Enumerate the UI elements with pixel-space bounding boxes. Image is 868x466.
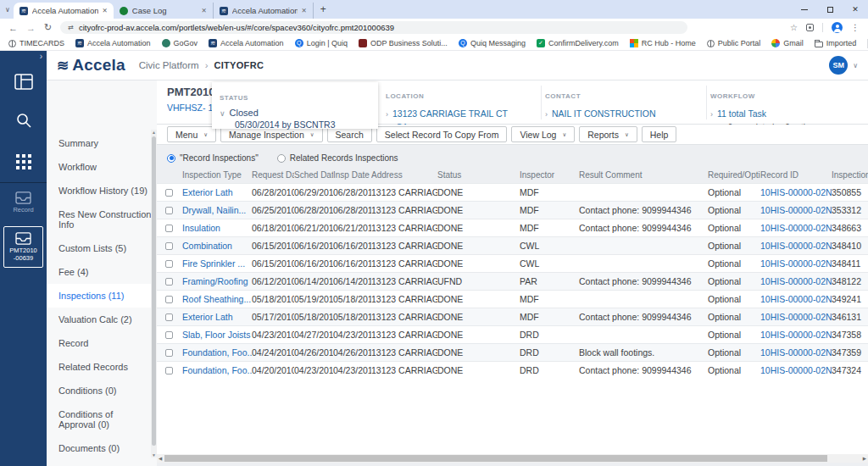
location-value-row[interactable]: ›13123 CARRIAGE TRAIL CT (386, 105, 508, 120)
launchpad-icon[interactable] (0, 74, 47, 90)
row-checkbox[interactable] (165, 242, 173, 250)
bookmark-quiq-messaging[interactable]: Quiq Messaging (459, 39, 526, 47)
reports-button[interactable]: Reports∨ (579, 126, 637, 142)
scroll-down-icon[interactable]: ▼ (151, 452, 157, 458)
bookmark-timecards[interactable]: TIMECARDS (8, 39, 64, 47)
minimize-button[interactable] (792, 0, 817, 19)
status-value-row[interactable]: ∨Closed (220, 108, 378, 118)
forward-icon[interactable]: → (26, 23, 36, 33)
sidebar-item-related-records[interactable]: Related Records (47, 355, 157, 379)
scrollbar-thumb[interactable] (152, 136, 156, 446)
sidebar-item-workflow[interactable]: Workflow (47, 155, 157, 179)
inspection-type-link[interactable]: Foundation, Foo... (182, 343, 252, 361)
inspection-type-link[interactable]: Combination (182, 236, 252, 254)
bookmark-odp-business-soluti[interactable]: ODP Business Soluti... (359, 39, 448, 47)
rail-record-item[interactable]: Record (0, 191, 47, 214)
site-info-icon[interactable]: ⇄ (68, 24, 74, 31)
bookmark-public-portal[interactable]: Public Portal (707, 39, 761, 47)
record-id-link[interactable]: 10HIS-00000-02NX2 (760, 343, 832, 361)
select-record-to-copy-from-button[interactable]: Select Record To Copy From (376, 126, 508, 142)
sidebar-scrollbar[interactable]: ▲ ▼ (151, 130, 157, 458)
bookmark-confirmdelivery-com[interactable]: ConfirmDelivery.com (537, 39, 619, 47)
sidebar-item-res-new-construction-info[interactable]: Res New Construction Info (47, 202, 157, 236)
record-id-link[interactable]: 10HIS-00000-02NX2 (760, 361, 832, 379)
chevron-down-icon[interactable]: ∨ (853, 62, 858, 69)
help-button[interactable]: Help (642, 126, 677, 142)
record-id-link[interactable]: 10HIS-00000-02NX2 (760, 272, 832, 290)
maximize-button[interactable] (817, 0, 843, 19)
record-id-link[interactable]: 10HIS-00000-02NX2 (760, 308, 832, 325)
sidebar-item-conditions-0[interactable]: Conditions (0) (47, 379, 157, 402)
breadcrumb-platform[interactable]: Civic Platform (139, 60, 199, 70)
bookmark-accela-automation[interactable]: Accela Automation (75, 39, 151, 47)
sidebar-item-summary[interactable]: Summary (47, 131, 157, 155)
tab-close-icon[interactable]: ✕ (302, 7, 307, 14)
browser-tab-accela-automation[interactable]: Accela Automation✕ (14, 3, 114, 19)
inspection-type-link[interactable]: Drywall, Nailin... (182, 201, 252, 219)
horizontal-scrollbar[interactable]: ◀ ▶ (157, 454, 868, 463)
record-id-link[interactable]: 10HIS-00000-02NX2 (760, 290, 832, 308)
inspection-type-link[interactable]: Foundation, Foo... (182, 361, 252, 379)
scroll-right-icon[interactable]: ▶ (863, 456, 866, 461)
rail-active-record[interactable]: PMT2010 -00639 (3, 226, 43, 268)
scroll-left-icon[interactable]: ◀ (159, 456, 162, 461)
sidebar-item-record[interactable]: Record (47, 331, 157, 355)
row-checkbox[interactable] (165, 367, 173, 374)
browser-tab-accela-automation[interactable]: Accela Automation✕ (214, 3, 314, 19)
sidebar-item-professionals-1[interactable]: Professionals (1) (47, 460, 157, 466)
bookmark-star-icon[interactable]: ☆ (790, 23, 798, 32)
contact-value-row[interactable]: ›NAIL IT CONSTRUCTION (545, 105, 656, 120)
tab-search-icon[interactable]: ∨ (5, 6, 10, 14)
inspection-type-link[interactable]: Slab, Floor Joists (182, 325, 252, 343)
menu-button[interactable]: Menu∨ (167, 126, 216, 142)
row-checkbox[interactable] (165, 331, 173, 339)
back-icon[interactable]: ← (8, 23, 18, 33)
sidebar-item-documents-0[interactable]: Documents (0) (47, 436, 157, 460)
row-checkbox[interactable] (165, 313, 173, 321)
sidebar-item-workflow-history-19[interactable]: Workflow History (19) (47, 179, 157, 202)
extensions-icon[interactable] (806, 24, 814, 31)
inspection-type-link[interactable]: Framing/Roofing (182, 272, 252, 290)
record-inspections-radio[interactable]: "Record Inspections" (167, 153, 259, 163)
inspection-type-link[interactable]: Exterior Lath (182, 183, 252, 201)
bookmark-imported[interactable]: Imported (815, 39, 857, 47)
scrollbar-thumb[interactable] (164, 455, 827, 462)
inspection-type-link[interactable]: Fire Sprinkler ... (182, 254, 252, 272)
new-tab-button[interactable]: + (320, 3, 326, 15)
row-checkbox[interactable] (165, 189, 173, 197)
related-records-radio[interactable]: Related Records Inspections (277, 153, 398, 163)
rail-expand-icon[interactable]: › (40, 52, 42, 61)
sidebar-item-fee-4[interactable]: Fee (4) (47, 260, 157, 284)
close-button[interactable]: ✕ (843, 0, 868, 19)
row-checkbox[interactable] (165, 278, 173, 286)
tab-close-icon[interactable]: ✕ (103, 7, 108, 14)
bookmark-login-quiq[interactable]: Login | Quiq (295, 39, 348, 47)
scroll-up-icon[interactable]: ▲ (151, 130, 157, 135)
bookmark-gmail[interactable]: Gmail (771, 39, 804, 47)
bookmark-rc-hub-home[interactable]: RC Hub - Home (630, 39, 696, 47)
apps-grid-icon[interactable] (0, 154, 47, 169)
row-checkbox[interactable] (165, 207, 173, 214)
inspection-type-link[interactable]: Insulation (182, 219, 252, 236)
search-icon[interactable] (0, 112, 47, 129)
sidebar-item-valuation-calc-2[interactable]: Valuation Calc (2) (47, 308, 157, 331)
record-id-link[interactable]: 10HIS-00000-02NX2 (760, 219, 832, 236)
profile-avatar-icon[interactable] (832, 22, 843, 33)
record-id-link[interactable]: 10HIS-00000-02NX2 (760, 325, 832, 343)
workflow-value-row[interactable]: ›11 total Task (710, 105, 815, 120)
inspection-type-link[interactable]: Roof Sheathing... (182, 290, 252, 308)
record-id-link[interactable]: 10HIS-00000-02NX2 (760, 236, 832, 254)
inspection-type-link[interactable]: Exterior Lath (182, 308, 252, 325)
sidebar-item-custom-lists-5[interactable]: Custom Lists (5) (47, 236, 157, 260)
user-avatar[interactable]: SM (829, 56, 848, 75)
record-id-link[interactable]: 10HIS-00000-02NX2 (760, 201, 832, 219)
record-id-link[interactable]: 10HIS-00000-02NX2 (760, 254, 832, 272)
row-checkbox[interactable] (165, 349, 173, 357)
bookmark-gogov[interactable]: GoGov (162, 39, 198, 47)
bookmark-accela-automation[interactable]: Accela Automation (209, 39, 284, 47)
breadcrumb-site[interactable]: CITYOFRC (214, 60, 264, 70)
row-checkbox[interactable] (165, 260, 173, 268)
tab-close-icon[interactable]: ✕ (202, 7, 207, 14)
address-bar[interactable]: ⇄ cityofrc-prod-av.accela.com/portlets/w… (60, 21, 687, 34)
row-checkbox[interactable] (165, 225, 173, 232)
